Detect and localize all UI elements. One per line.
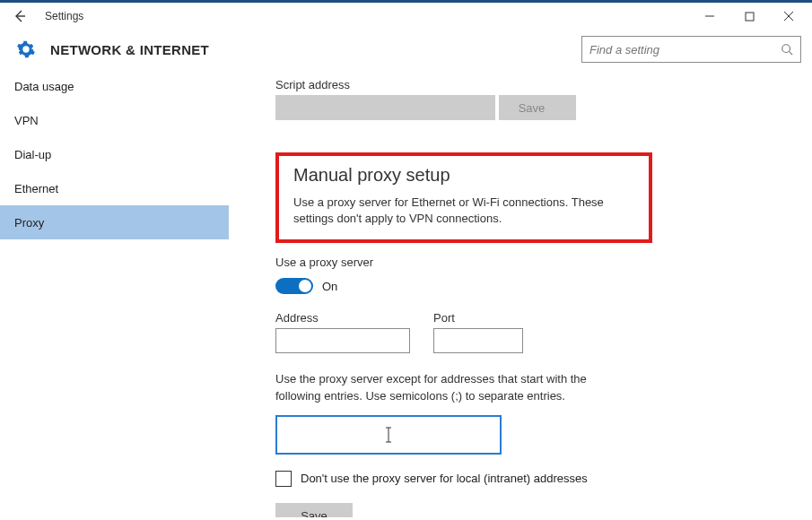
minimize-button[interactable] bbox=[690, 4, 729, 29]
arrow-left-icon bbox=[13, 9, 27, 23]
sidebar-item-data-usage[interactable]: Data usage bbox=[0, 69, 229, 103]
exceptions-description: Use the proxy server except for addresse… bbox=[275, 371, 634, 403]
titlebar: Settings bbox=[0, 3, 812, 30]
use-proxy-state: On bbox=[322, 280, 337, 293]
address-input[interactable] bbox=[275, 328, 410, 353]
page-title: NETWORK & INTERNET bbox=[50, 42, 209, 57]
sidebar-item-dial-up[interactable]: Dial-up bbox=[0, 137, 229, 171]
maximize-button[interactable] bbox=[729, 4, 769, 29]
script-address-label: Script address bbox=[275, 78, 785, 91]
use-proxy-label: Use a proxy server bbox=[275, 256, 785, 269]
script-save-button: Save bbox=[499, 95, 576, 120]
back-button[interactable] bbox=[7, 4, 32, 29]
minimize-icon bbox=[704, 11, 715, 22]
sidebar-item-label: Data usage bbox=[14, 80, 74, 93]
port-input[interactable] bbox=[433, 328, 523, 353]
gear-icon bbox=[16, 39, 36, 59]
search-box[interactable] bbox=[581, 36, 801, 63]
svg-point-1 bbox=[782, 45, 790, 53]
sidebar-item-label: Ethernet bbox=[14, 182, 58, 195]
sidebar-item-label: Proxy bbox=[14, 216, 44, 230]
manual-proxy-highlight: Manual proxy setup Use a proxy server fo… bbox=[275, 152, 652, 243]
svg-rect-0 bbox=[746, 13, 754, 21]
sidebar-item-vpn[interactable]: VPN bbox=[0, 103, 229, 137]
use-proxy-toggle[interactable]: On bbox=[275, 278, 337, 294]
save-button[interactable]: Save bbox=[275, 503, 353, 517]
sidebar-item-proxy[interactable]: Proxy bbox=[0, 205, 229, 239]
script-address-input bbox=[275, 95, 495, 120]
header: NETWORK & INTERNET bbox=[0, 30, 812, 69]
sidebar-item-label: Dial-up bbox=[14, 148, 51, 161]
window-title: Settings bbox=[45, 10, 83, 22]
toggle-on-icon bbox=[275, 278, 313, 294]
port-label: Port bbox=[433, 311, 523, 325]
close-button[interactable] bbox=[769, 4, 808, 29]
manual-proxy-description: Use a proxy server for Ethernet or Wi-Fi… bbox=[293, 195, 634, 227]
local-bypass-label: Don't use the proxy server for local (in… bbox=[301, 472, 588, 485]
sidebar: Data usage VPN Dial-up Ethernet Proxy bbox=[0, 69, 229, 517]
maximize-icon bbox=[745, 12, 755, 22]
manual-proxy-title: Manual proxy setup bbox=[293, 165, 634, 186]
search-icon bbox=[781, 43, 793, 56]
text-cursor-icon bbox=[384, 427, 393, 443]
address-label: Address bbox=[275, 311, 410, 325]
sidebar-item-ethernet[interactable]: Ethernet bbox=[0, 171, 229, 205]
sidebar-item-label: VPN bbox=[14, 114, 39, 127]
body: Data usage VPN Dial-up Ethernet Proxy Sc… bbox=[0, 69, 812, 517]
exceptions-input[interactable] bbox=[275, 415, 502, 455]
local-bypass-checkbox[interactable] bbox=[275, 471, 292, 487]
content: Script address Save Manual proxy setup U… bbox=[229, 69, 812, 517]
close-icon bbox=[783, 11, 794, 22]
search-input[interactable] bbox=[589, 43, 781, 56]
